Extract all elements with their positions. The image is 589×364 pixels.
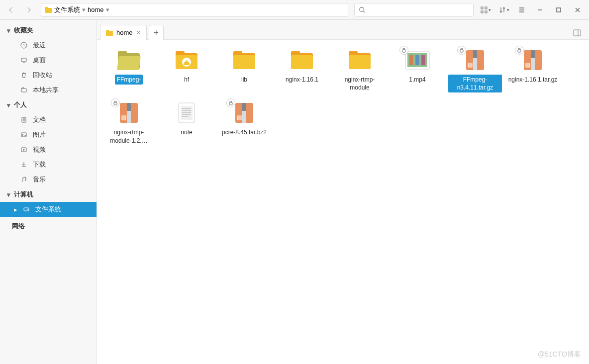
panel-toggle-button[interactable] <box>568 29 586 39</box>
sidebar-section-computer[interactable]: ▾ 计算机 <box>0 187 97 202</box>
sidebar-item-videos[interactable]: 视频 <box>0 142 97 157</box>
folder-icon <box>344 48 376 73</box>
file-item[interactable]: hf <box>159 46 214 94</box>
file-item[interactable]: note <box>159 98 214 147</box>
sidebar-item-pictures[interactable]: 图片 <box>0 127 97 142</box>
file-grid[interactable]: FFmpeg-hflibnginx-1.16.1nginx-rtmp-modul… <box>97 40 589 364</box>
disk-icon <box>22 205 30 213</box>
text-icon <box>171 100 202 125</box>
forward-button[interactable] <box>23 4 35 16</box>
sidebar-item-music[interactable]: 音乐 <box>0 172 97 187</box>
sidebar-item-label: 音乐 <box>33 175 46 184</box>
close-button[interactable] <box>571 3 584 16</box>
path-segment-root[interactable]: 文件系统 <box>44 5 80 14</box>
chevron-down-icon: ▾ <box>7 27 12 34</box>
sidebar-item-filesystem[interactable]: ▸ 文件系统 <box>0 202 97 217</box>
sidebar-item-label: 视频 <box>33 145 46 154</box>
svg-rect-77 <box>114 102 117 105</box>
svg-point-27 <box>27 209 28 210</box>
maximize-button[interactable] <box>552 3 565 16</box>
path-bar[interactable]: 文件系统 ▾ home ▾ <box>41 3 348 17</box>
back-button[interactable] <box>5 4 17 16</box>
file-label: FFmpeg- <box>115 75 143 85</box>
svg-rect-18 <box>21 89 26 92</box>
sidebar-item-share[interactable]: 本地共享 <box>0 83 97 97</box>
minimize-button[interactable] <box>533 3 546 16</box>
file-label: nginx-1.16.1.tar.gz <box>506 75 560 85</box>
chevron-right-icon: ▸ <box>14 206 17 213</box>
folder-icon <box>286 48 318 73</box>
view-mode-button[interactable]: ▾ <box>480 6 492 13</box>
search-input[interactable] <box>354 3 474 17</box>
file-label: lib <box>239 75 249 85</box>
sidebar-section-label: 收藏夹 <box>14 26 33 35</box>
svg-rect-72 <box>127 103 131 111</box>
sort-icon <box>499 6 506 13</box>
svg-rect-69 <box>518 50 521 52</box>
sidebar-item-documents[interactable]: 文档 <box>0 112 97 127</box>
svg-rect-53 <box>402 50 405 52</box>
svg-rect-56 <box>473 50 477 58</box>
tab-close-button[interactable]: ✕ <box>136 29 141 36</box>
watermark: @51CTO博客 <box>538 350 581 359</box>
file-item[interactable]: nginx-rtmp-module <box>332 46 388 94</box>
archive-icon <box>459 48 491 73</box>
sidebar-section-personal[interactable]: ▾ 个人 <box>0 97 97 112</box>
svg-rect-61 <box>460 50 463 52</box>
svg-rect-30 <box>574 30 581 36</box>
tab-label: home <box>116 29 133 36</box>
sidebar-item-label: 本地共享 <box>33 86 59 94</box>
file-item[interactable]: pcre-8.45.tar.bz2 <box>216 98 272 147</box>
svg-rect-44 <box>291 55 313 69</box>
sidebar-section-label: 计算机 <box>14 190 33 199</box>
file-item[interactable]: nginx-1.16.1 <box>274 46 330 94</box>
svg-rect-6 <box>481 11 483 13</box>
file-label: nginx-rtmp-module-1.2.… <box>102 127 156 145</box>
svg-point-2 <box>360 7 364 11</box>
svg-rect-1 <box>45 7 48 9</box>
main-panel: home ✕ ＋ FFmpeg-hflibnginx-1.16.1nginx-r… <box>97 20 589 364</box>
svg-rect-36 <box>176 51 185 55</box>
file-label: pcre-8.45.tar.bz2 <box>220 127 269 137</box>
svg-rect-33 <box>118 51 127 55</box>
svg-rect-64 <box>531 50 535 58</box>
svg-rect-34 <box>117 56 141 70</box>
file-item[interactable]: 1.mp4 <box>390 46 445 94</box>
file-item[interactable]: lib <box>216 46 272 94</box>
desktop-icon <box>20 56 28 64</box>
sidebar-item-desktop[interactable]: 桌面 <box>0 53 97 68</box>
file-item[interactable]: FFmpeg-n3.4.11.tar.gz <box>447 46 503 94</box>
sort-button[interactable]: ▾ <box>498 6 510 13</box>
sidebar-item-label: 下载 <box>33 160 46 169</box>
svg-rect-43 <box>291 51 300 55</box>
chevron-down-icon: ▾ <box>507 7 509 12</box>
svg-rect-47 <box>349 55 371 69</box>
svg-rect-50 <box>409 55 413 65</box>
tab-home[interactable]: home ✕ <box>100 25 147 40</box>
video-icon <box>20 146 28 154</box>
svg-rect-52 <box>421 55 425 65</box>
lock-badge-icon <box>399 46 408 55</box>
chevron-down-icon: ▾ <box>106 6 109 13</box>
sidebar-item-downloads[interactable]: 下载 <box>0 157 97 172</box>
path-segment-home[interactable]: home <box>88 6 104 13</box>
tab-bar: home ✕ ＋ <box>97 20 589 40</box>
search-icon <box>359 6 366 13</box>
file-item[interactable]: nginx-rtmp-module-1.2.… <box>101 98 157 147</box>
sidebar-item-label: 最近 <box>33 41 46 50</box>
clock-icon <box>20 41 28 49</box>
menu-button[interactable] <box>516 4 527 15</box>
sidebar-section-favorites[interactable]: ▾ 收藏夹 <box>0 23 97 38</box>
folder-icon <box>105 29 113 36</box>
file-item[interactable]: FFmpeg- <box>101 46 157 94</box>
svg-line-3 <box>364 11 365 12</box>
sidebar-item-label: 回收站 <box>33 71 52 80</box>
sidebar-item-recent[interactable]: 最近 <box>0 38 97 53</box>
sidebar-item-network[interactable]: 网络 <box>0 217 97 234</box>
tab-add-button[interactable]: ＋ <box>149 25 164 40</box>
file-item[interactable]: nginx-1.16.1.tar.gz <box>505 46 561 94</box>
sidebar-item-label: 图片 <box>33 130 46 139</box>
folder-icon <box>20 86 28 94</box>
sidebar-item-trash[interactable]: 回收站 <box>0 68 97 83</box>
video-icon <box>401 48 433 73</box>
